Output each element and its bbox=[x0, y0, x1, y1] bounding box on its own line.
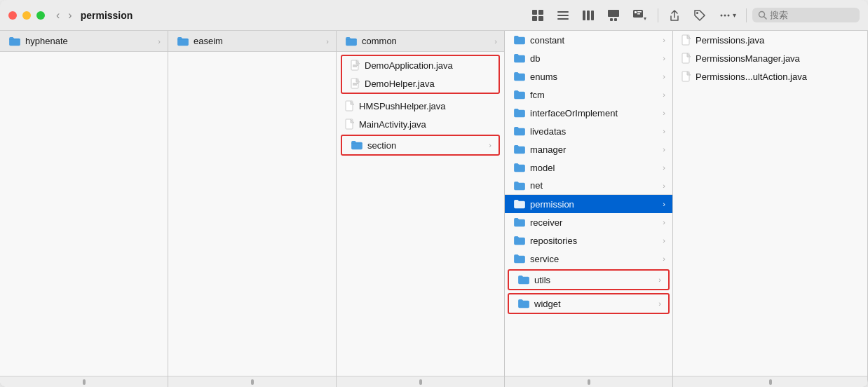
columns-view-button[interactable] bbox=[578, 6, 599, 25]
back-button[interactable]: ‹ bbox=[53, 8, 62, 23]
gallery-view-button[interactable] bbox=[603, 6, 624, 25]
permissions-java-label: Permissions.java bbox=[696, 35, 860, 46]
column-5-footer bbox=[673, 376, 867, 387]
livedatas-label: livedatas bbox=[530, 126, 658, 137]
fcm-folder-item[interactable]: fcm › bbox=[505, 86, 672, 104]
svg-rect-5 bbox=[557, 15, 569, 16]
model-folder-item[interactable]: model › bbox=[505, 158, 672, 177]
titlebar: ‹ › permission bbox=[0, 0, 868, 31]
demo-application-java-item[interactable]: DemoApplication.java bbox=[342, 56, 499, 74]
chevron-right-icon: › bbox=[494, 37, 497, 46]
model-label: model bbox=[530, 163, 658, 173]
svg-rect-4 bbox=[557, 11, 569, 13]
folder-icon bbox=[8, 36, 21, 46]
resize-handle[interactable] bbox=[419, 379, 422, 385]
main-activity-item[interactable]: MainActivity.java bbox=[337, 115, 504, 133]
chevron-right-icon: › bbox=[658, 299, 661, 308]
permissions-manager-java-item[interactable]: PermissionsManager.java bbox=[673, 49, 867, 67]
folder-icon bbox=[513, 90, 526, 100]
more-dropdown-arrow: ▾ bbox=[733, 11, 736, 19]
hyphenate-label: hyphenate bbox=[25, 36, 154, 46]
close-button[interactable] bbox=[8, 11, 17, 20]
chevron-right-icon: › bbox=[663, 218, 665, 226]
enums-label: enums bbox=[530, 72, 658, 82]
db-folder-item[interactable]: db › bbox=[505, 49, 672, 67]
hms-push-helper-label: HMSPushHelper.java bbox=[359, 101, 497, 111]
folder-icon bbox=[351, 140, 363, 150]
manager-label: manager bbox=[530, 144, 658, 155]
folder-icon bbox=[513, 53, 526, 63]
svg-rect-6 bbox=[557, 18, 569, 20]
column-1: hyphenate › bbox=[0, 31, 168, 387]
resize-handle[interactable] bbox=[251, 379, 254, 385]
java-file-icon bbox=[345, 100, 355, 111]
search-input[interactable] bbox=[770, 10, 854, 20]
resize-handle[interactable] bbox=[588, 379, 590, 385]
net-folder-item[interactable]: net › bbox=[505, 177, 672, 195]
widget-highlighted: widget › bbox=[508, 293, 670, 314]
more-button[interactable]: ▾ bbox=[714, 6, 740, 25]
section-folder-item[interactable]: section › bbox=[342, 136, 499, 154]
svg-point-18 bbox=[696, 12, 698, 14]
service-folder-item[interactable]: service › bbox=[505, 250, 672, 268]
svg-rect-3 bbox=[538, 16, 543, 21]
receiver-folder-item[interactable]: receiver › bbox=[505, 213, 672, 231]
permissions-java-item[interactable]: Permissions.java bbox=[673, 31, 867, 49]
chevron-right-icon: › bbox=[663, 145, 665, 154]
resize-handle[interactable] bbox=[769, 379, 772, 385]
grid4-view-button[interactable] bbox=[527, 6, 548, 25]
java-file-icon bbox=[681, 71, 691, 82]
demo-helper-label: DemoHelper.java bbox=[365, 79, 491, 89]
manager-folder-item[interactable]: manager › bbox=[505, 140, 672, 158]
finder-window: ‹ › permission bbox=[0, 0, 868, 387]
easeim-folder[interactable]: easeim › bbox=[168, 31, 336, 52]
chevron-right-icon: › bbox=[663, 182, 665, 190]
minimize-button[interactable] bbox=[22, 11, 31, 20]
livedatas-folder-item[interactable]: livedatas › bbox=[505, 122, 672, 140]
constant-label: constant bbox=[530, 35, 658, 46]
svg-rect-8 bbox=[587, 11, 590, 20]
chevron-right-icon: › bbox=[663, 236, 665, 245]
resize-handle[interactable] bbox=[83, 379, 86, 385]
tags-button[interactable] bbox=[689, 6, 710, 25]
repositories-folder-item[interactable]: repositories › bbox=[505, 231, 672, 250]
permissions-default-action-label: Permissions...ultAction.java bbox=[696, 72, 860, 82]
widget-folder-item[interactable]: widget › bbox=[509, 294, 668, 313]
toolbar-separator-1 bbox=[658, 8, 658, 22]
share-button[interactable] bbox=[664, 6, 685, 25]
svg-rect-12 bbox=[614, 18, 617, 21]
utils-highlighted: utils › bbox=[508, 269, 670, 290]
folder-icon bbox=[513, 108, 526, 118]
chevron-right-icon: › bbox=[158, 37, 161, 46]
demo-helper-java-item[interactable]: DemoHelper.java bbox=[342, 74, 499, 93]
folder-icon bbox=[513, 72, 526, 81]
folder-icon bbox=[517, 299, 530, 308]
svg-rect-15 bbox=[637, 11, 642, 13]
utils-folder-item[interactable]: utils › bbox=[509, 271, 668, 289]
svg-point-21 bbox=[728, 14, 730, 16]
maximize-button[interactable] bbox=[36, 11, 45, 20]
common-folder[interactable]: common › bbox=[337, 31, 504, 52]
permissions-manager-label: PermissionsManager.java bbox=[696, 53, 860, 64]
quicklook-icon: ▾ bbox=[632, 9, 648, 22]
permissions-default-action-java-item[interactable]: Permissions...ultAction.java bbox=[673, 67, 867, 86]
list-view-button[interactable] bbox=[552, 6, 574, 25]
chevron-right-icon: › bbox=[663, 109, 665, 117]
interface-label: interfaceOrImplement bbox=[530, 108, 658, 118]
column-5: Permissions.java PermissionsManager.java… bbox=[673, 31, 868, 387]
chevron-right-icon: › bbox=[663, 90, 665, 99]
enums-folder-item[interactable]: enums › bbox=[505, 67, 672, 86]
hms-push-helper-item[interactable]: HMSPushHelper.java bbox=[337, 97, 504, 115]
quick-look-button[interactable]: ▾ bbox=[628, 6, 652, 25]
search-box[interactable] bbox=[752, 8, 860, 22]
permission-folder-item[interactable]: permission › bbox=[505, 195, 672, 213]
column-2-footer bbox=[168, 376, 336, 387]
net-label: net bbox=[530, 180, 658, 191]
forward-button[interactable]: › bbox=[65, 8, 74, 23]
search-icon bbox=[758, 11, 767, 20]
service-label: service bbox=[530, 254, 658, 264]
main-activity-label: MainActivity.java bbox=[359, 119, 497, 130]
hyphenate-folder[interactable]: hyphenate › bbox=[0, 31, 168, 52]
interface-folder-item[interactable]: interfaceOrImplement › bbox=[505, 104, 672, 122]
constant-folder-item[interactable]: constant › bbox=[505, 31, 672, 49]
